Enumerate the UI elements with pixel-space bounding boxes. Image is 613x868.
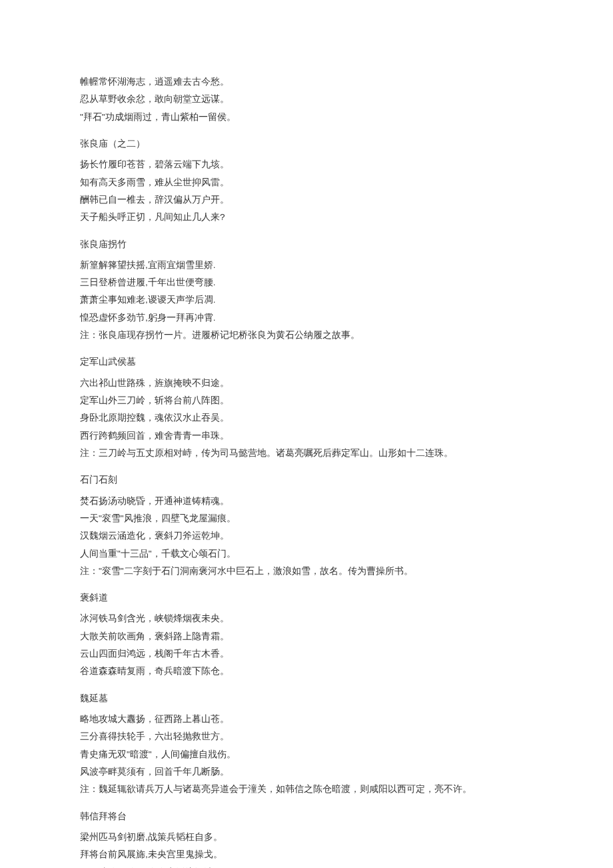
poem-title: 张良庙拐竹 — [80, 236, 533, 253]
poem-line: 焚石扬汤动晓昏，开通神道铸精魂。 — [80, 493, 533, 510]
poem-line: 拜将台前风展旆,未央宫里鬼操戈。 — [80, 846, 533, 863]
poem-note: 注：张良庙现存拐竹一片。进履桥记圯桥张良为黄石公纳履之故事。 — [80, 327, 533, 344]
poem-line: 三分喜得扶轮手，六出轻抛救世方。 — [80, 728, 533, 745]
poem-note: 注：魏延辄欲请兵万人与诸葛亮异道会于潼关，如韩信之陈仓暗渡，则咸阳以西可定，亮不… — [80, 781, 533, 798]
poem-note: 注：三刀岭与五丈原相对峙，传为司马懿营地。诸葛亮嘱死后葬定军山。山形如十二连珠。 — [80, 445, 533, 462]
poem-title: 定军山武侯墓 — [80, 353, 533, 371]
poem-note: 注："衮雪"二字刻于石门洞南褒河水中巨石上，激浪如雪，故名。传为曹操所书。 — [80, 563, 533, 580]
poem-title: 张良庙（之二） — [80, 135, 533, 153]
poem-line: 天子船头呼正切，凡间知止几人来? — [80, 209, 533, 226]
poem-line: 谷道森森晴复雨，奇兵暗渡下陈仓。 — [80, 663, 533, 680]
poem-title: 褒斜道 — [80, 589, 533, 607]
poem-line: 定军山外三刀岭，斩将台前八阵图。 — [80, 392, 533, 409]
poem-block: 韩信拜将台梁州匹马剑初磨,战策兵韬枉自多。拜将台前风展旆,未央宫里鬼操戈。回天狭… — [80, 808, 533, 868]
poem-line: 三日登桥曾进履,千年出世便弯腰. — [80, 274, 533, 291]
poem-title: 韩信拜将台 — [80, 808, 533, 825]
poem-line: 梁州匹马剑初磨,战策兵韬枉自多。 — [80, 829, 533, 846]
poem-block: 石门石刻焚石扬汤动晓昏，开通神道铸精魂。一天"衮雪"风推浪，四壁飞龙屋漏痕。汉魏… — [80, 471, 533, 580]
poem-block: 帷幄常怀湖海志，逍遥难去古今愁。忍从草野收余忿，敢向朝堂立远谋。"拜石"功成烟雨… — [80, 73, 533, 126]
poem-line: 扬长竹履印苍苔，碧落云端下九垓。 — [80, 156, 533, 173]
poem-line: 惶恐虚怀多劲节,躬身一拜再冲霄. — [80, 309, 533, 327]
poem-block: 张良庙拐竹新篁解箨望扶摇,宜雨宜烟雪里娇.三日登桥曾进履,千年出世便弯腰.萧萧尘… — [80, 236, 533, 345]
poem-line: 酬韩已自一椎去，辞汉偏从万户开。 — [80, 191, 533, 209]
poem-line: 回天狭路云追月,夺命寒溪浪涌波。 — [80, 864, 533, 869]
poem-line: "拜石"功成烟雨过，青山紫柏一留侯。 — [80, 109, 533, 126]
poem-line: 身卧北原期控魏，魂依汉水止吞吴。 — [80, 409, 533, 427]
poem-line: 风波亭畔莫须有，回首千年几断肠。 — [80, 763, 533, 781]
poem-line: 知有高天多雨雪，难从尘世抑风雷。 — [80, 174, 533, 191]
poem-line: 帷幄常怀湖海志，逍遥难去古今愁。 — [80, 73, 533, 91]
poem-title: 石门石刻 — [80, 471, 533, 489]
poem-line: 萧萧尘事知难老,谡谡天声学后凋. — [80, 291, 533, 309]
poem-line: 冰河铁马剑含光，峡锁烽烟夜未央。 — [80, 610, 533, 627]
poem-line: 六出祁山世路殊，旌旗掩映不归途。 — [80, 375, 533, 392]
poem-block: 魏延墓略地攻城大纛扬，征西路上暮山苍。三分喜得扶轮手，六出轻抛救世方。青史痛无双… — [80, 690, 533, 799]
poem-line: 人间当重"十三品"，千载文心颂石门。 — [80, 545, 533, 563]
poem-line: 一天"衮雪"风推浪，四壁飞龙屋漏痕。 — [80, 510, 533, 527]
poem-line: 忍从草野收余忿，敢向朝堂立远谋。 — [80, 91, 533, 108]
poem-title: 魏延墓 — [80, 690, 533, 707]
poem-block: 定军山武侯墓六出祁山世路殊，旌旗掩映不归途。定军山外三刀岭，斩将台前八阵图。身卧… — [80, 353, 533, 462]
poem-line: 汉魏烟云涵造化，褒斜刀斧运乾坤。 — [80, 527, 533, 545]
poem-line: 略地攻城大纛扬，征西路上暮山苍。 — [80, 711, 533, 728]
poem-block: 张良庙（之二）扬长竹履印苍苔，碧落云端下九垓。知有高天多雨雪，难从尘世抑风雷。酬… — [80, 135, 533, 227]
poem-line: 青史痛无双"暗渡"，人间偏擅自戕伤。 — [80, 746, 533, 763]
poem-block: 褒斜道冰河铁马剑含光，峡锁烽烟夜未央。大散关前吹画角，褒斜路上隐青霜。云山四面归… — [80, 589, 533, 681]
poem-line: 云山四面归鸿远，栈阁千年古木香。 — [80, 645, 533, 663]
poem-line: 大散关前吹画角，褒斜路上隐青霜。 — [80, 628, 533, 645]
poem-line: 西行跨鹤频回首，难舍青青一串珠。 — [80, 427, 533, 445]
poem-line: 新篁解箨望扶摇,宜雨宜烟雪里娇. — [80, 257, 533, 274]
